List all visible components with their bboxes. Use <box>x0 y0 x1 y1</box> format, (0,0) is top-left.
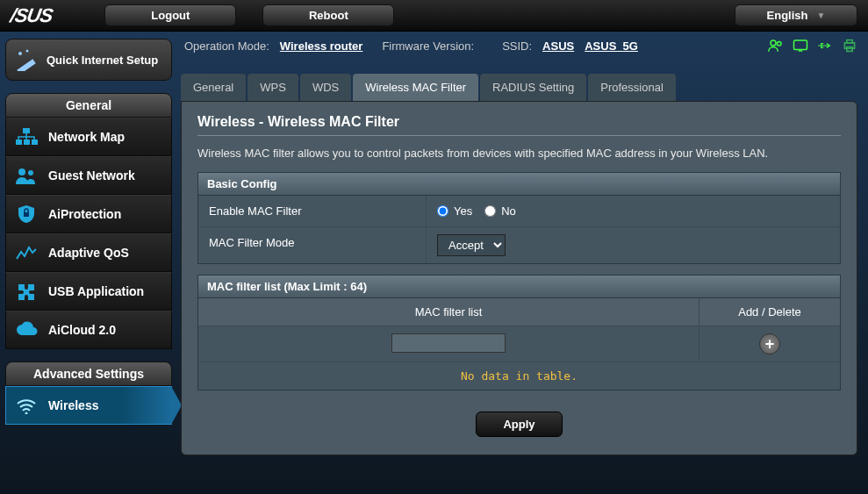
tab-radius[interactable]: RADIUS Setting <box>480 74 586 101</box>
op-mode-value[interactable]: Wireless router <box>280 39 363 53</box>
svg-rect-5 <box>847 40 852 43</box>
sidebar-item-guest-network[interactable]: Guest Network <box>5 156 172 195</box>
sidebar-item-aicloud[interactable]: AiCloud 2.0 <box>5 311 172 349</box>
enable-mac-filter-label: Enable MAC Filter <box>198 196 427 226</box>
svg-point-0 <box>771 40 776 46</box>
svg-point-8 <box>18 52 22 55</box>
tab-general[interactable]: General <box>181 74 246 101</box>
mac-filter-mode-label: MAC Filter Mode <box>198 227 427 263</box>
usb-icon[interactable] <box>817 39 833 53</box>
printer-icon[interactable] <box>842 39 857 53</box>
qis-label: Quick Internet Setup <box>47 54 158 67</box>
fw-label: Firmware Version: <box>382 39 474 53</box>
panel-title: Wireless - Wireless MAC Filter <box>197 114 841 130</box>
sidebar-item-label: Guest Network <box>48 168 135 183</box>
shield-icon <box>15 204 38 224</box>
network-map-icon <box>15 127 38 147</box>
brand-logo: /SUS <box>9 4 54 27</box>
cloud-icon <box>15 320 38 340</box>
sidebar-item-label: USB Application <box>48 284 144 298</box>
divider <box>197 135 841 136</box>
svg-rect-12 <box>24 140 30 145</box>
chevron-down-icon: ▼ <box>817 11 826 20</box>
sidebar-item-label: Wireless <box>48 398 98 412</box>
svg-point-17 <box>25 412 28 415</box>
ssid-2[interactable]: ASUS_5G <box>585 39 638 53</box>
svg-point-14 <box>18 168 25 175</box>
qos-icon <box>15 243 38 262</box>
plus-icon: + <box>765 336 775 352</box>
logout-button[interactable]: Logout <box>104 4 236 26</box>
users-icon[interactable] <box>768 39 784 53</box>
basic-config-header: Basic Config <box>198 173 840 196</box>
sidebar-item-label: AiProtection <box>48 207 121 221</box>
sidebar-item-aiprotection[interactable]: AiProtection <box>5 195 172 233</box>
sidebar-item-label: AiCloud 2.0 <box>48 323 116 337</box>
svg-rect-7 <box>17 59 35 71</box>
enable-no-radio[interactable] <box>484 205 496 217</box>
general-header: General <box>5 93 172 118</box>
svg-rect-10 <box>23 128 30 133</box>
sidebar-item-usb-application[interactable]: USB Application <box>5 272 172 311</box>
ssid-1[interactable]: ASUS <box>542 39 574 53</box>
mac-filter-list-block: MAC filter list (Max Limit : 64) MAC fil… <box>197 275 841 390</box>
sidebar-item-label: Network Map <box>48 130 125 144</box>
advanced-header: Advanced Settings <box>5 362 172 386</box>
svg-point-1 <box>778 42 782 47</box>
basic-config-block: Basic Config Enable MAC Filter Yes No MA… <box>197 172 841 264</box>
svg-rect-3 <box>799 50 803 52</box>
svg-rect-16 <box>24 212 29 217</box>
svg-rect-11 <box>16 140 22 145</box>
enable-yes-radio[interactable] <box>437 205 448 217</box>
no-data-message: No data in table. <box>198 362 840 390</box>
tab-bar: General WPS WDS Wireless MAC Filter RADI… <box>181 74 857 101</box>
tab-wireless-mac-filter[interactable]: Wireless MAC Filter <box>353 74 478 101</box>
tab-wps[interactable]: WPS <box>247 74 298 101</box>
language-label: English <box>767 9 808 22</box>
screen-icon[interactable] <box>793 39 808 53</box>
svg-rect-2 <box>794 40 807 50</box>
sidebar-item-adaptive-qos[interactable]: Adaptive QoS <box>5 233 172 272</box>
sidebar-item-label: Adaptive QoS <box>48 246 129 260</box>
yes-label: Yes <box>454 204 472 218</box>
wand-icon <box>15 48 38 71</box>
op-mode-label: Operation Mode: <box>184 39 269 53</box>
quick-internet-setup-button[interactable]: Quick Internet Setup <box>5 39 172 81</box>
add-button[interactable]: + <box>759 333 780 354</box>
mac-filter-list-header: MAC filter list (Max Limit : 64) <box>198 276 840 298</box>
svg-point-15 <box>28 170 33 175</box>
svg-rect-13 <box>32 140 38 145</box>
apply-button[interactable]: Apply <box>476 412 562 437</box>
ssid-label: SSID: <box>502 39 532 53</box>
tab-wds[interactable]: WDS <box>300 74 351 101</box>
col-action-header: Add / Delete <box>699 298 840 326</box>
tab-professional[interactable]: Professional <box>588 74 676 101</box>
sidebar-item-wireless[interactable]: Wireless <box>5 386 172 425</box>
language-select[interactable]: English ▼ <box>735 4 857 26</box>
sidebar-item-network-map[interactable]: Network Map <box>5 118 172 156</box>
no-label: No <box>501 204 516 218</box>
reboot-button[interactable]: Reboot <box>262 4 394 26</box>
mac-filter-mode-select[interactable]: Accept <box>437 234 506 256</box>
mac-address-input[interactable] <box>391 333 506 353</box>
svg-point-9 <box>26 50 29 53</box>
col-mac-header: MAC filter list <box>198 298 699 326</box>
guest-icon <box>15 166 38 185</box>
puzzle-icon <box>15 282 38 301</box>
wifi-icon <box>15 396 38 415</box>
panel-desc: Wireless MAC filter allows you to contro… <box>197 147 841 160</box>
